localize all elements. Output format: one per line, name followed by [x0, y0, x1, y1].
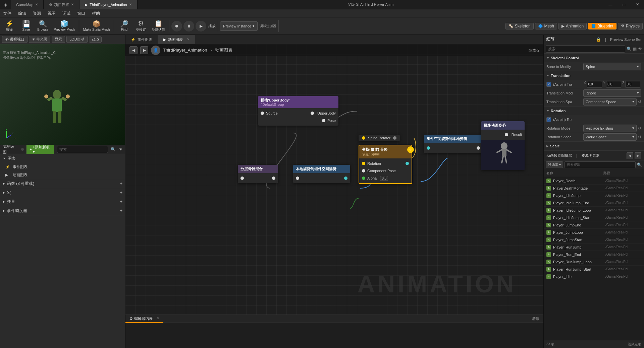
- anim-graph-tab[interactable]: ▶ 动画图表 ✕: [158, 35, 195, 44]
- nav-forward-button[interactable]: ▶: [140, 46, 148, 54]
- list-item[interactable]: A Player_IdleJump /Game/Res/Pol: [544, 192, 644, 199]
- blueprint-search-input[interactable]: [57, 146, 108, 153]
- compiler-tab-close[interactable]: ✕: [157, 315, 159, 323]
- list-item[interactable]: A Player_RunJump_Start /Game/Res/Pol: [544, 266, 644, 273]
- scale-btn[interactable]: x1.0: [89, 37, 102, 43]
- translation-space-dropdown[interactable]: Component Space ▾: [583, 98, 637, 106]
- translation-space-reset[interactable]: ↺: [638, 99, 641, 104]
- compiler-results-tab[interactable]: ⚙ 编译器结果 ✕: [125, 315, 163, 323]
- compile-button[interactable]: ⚡ 编译: [1, 18, 17, 34]
- translation-header[interactable]: ▼ Translation: [544, 71, 644, 80]
- list-item[interactable]: A Player_Idle /Game/Res/Pol: [544, 273, 644, 280]
- class-settings-button[interactable]: ⚙ 类设置: [133, 18, 149, 34]
- list-item[interactable]: A PlayerDeathMontage /Game/Res/Pol: [544, 185, 644, 192]
- preview-mesh-button[interactable]: 🧊 Preview Mesh: [52, 18, 77, 34]
- macros-section-header[interactable]: ▶ 宏 +: [0, 188, 125, 197]
- layered-blend-node[interactable]: 分层骨骼混合: [238, 165, 278, 183]
- preview-scene-tab[interactable]: Preview Scene Set: [610, 38, 641, 42]
- transform-bone-node[interactable]: 变换(修改) 骨骼 节点: Spine Rotation Component P…: [359, 145, 412, 184]
- minimize-button[interactable]: —: [604, 0, 617, 9]
- translation-y-input[interactable]: [606, 81, 621, 88]
- record-button[interactable]: ⏺: [171, 21, 182, 31]
- skeleton-tab[interactable]: 🦴 Skeleton: [505, 23, 534, 29]
- play-button[interactable]: ▶: [196, 21, 206, 31]
- lighting-btn[interactable]: ☀ 带光照: [29, 36, 50, 43]
- list-item[interactable]: A Player_JumpEnd /Game/Res/Pol: [544, 221, 644, 229]
- details-search-icon[interactable]: 🔍: [627, 47, 632, 51]
- add-new-item-button[interactable]: + +添加新项▾: [26, 145, 54, 155]
- translation-z-input[interactable]: [625, 81, 640, 88]
- add-macro-icon[interactable]: +: [120, 190, 122, 195]
- lock-icon[interactable]: 🔒: [596, 37, 601, 42]
- blueprint-search-icon[interactable]: 🔍: [111, 147, 116, 152]
- lod-btn[interactable]: LOD自动: [66, 36, 88, 43]
- menu-file[interactable]: 文件: [0, 9, 15, 17]
- add-variable-icon[interactable]: +: [120, 199, 122, 204]
- tab-gamemap-close[interactable]: ✕: [35, 0, 38, 9]
- graph-section-header[interactable]: ▼ 图表: [0, 154, 125, 163]
- variables-section-header[interactable]: ▶ 变量 +: [0, 197, 125, 206]
- menu-assets[interactable]: 资源: [30, 9, 44, 17]
- rotation-space-reset[interactable]: ↺: [638, 135, 641, 139]
- close-button[interactable]: ✕: [631, 0, 644, 9]
- tab-thirdplayer-close[interactable]: ✕: [129, 0, 132, 9]
- list-item[interactable]: A Player_IdleJump_Loop /Game/Res/Pol: [544, 207, 644, 214]
- event-graph-item[interactable]: ⚡ 事件图表: [0, 163, 125, 171]
- list-item[interactable]: A Player_Death /Game/Res/Pol: [544, 177, 644, 185]
- tab-thirdplayer[interactable]: ▶ ThirdPlayer_Animation ✕: [79, 0, 137, 9]
- make-static-mesh-button[interactable]: 📦 Make Static Mesh: [81, 18, 112, 34]
- details-grid-icon[interactable]: ▦: [633, 47, 637, 51]
- tab-gamemap[interactable]: GameMap ✕: [11, 0, 44, 9]
- rotation-checkbox[interactable]: ✓: [546, 117, 551, 122]
- list-item[interactable]: A Player_Run_End /Game/Res/Pol: [544, 251, 644, 258]
- tab-project-settings[interactable]: ⚙ 项目设置 ✕: [44, 0, 79, 9]
- asset-nav-forward[interactable]: ▶: [635, 152, 641, 159]
- upperbody-slot-node[interactable]: 插槽'UpperBody' #DefaultGroup Source Upper…: [258, 96, 338, 126]
- menu-view[interactable]: 视图: [44, 9, 59, 17]
- find-button[interactable]: 🔎 Find: [116, 18, 132, 34]
- browse-button[interactable]: 🔍 Browse: [35, 18, 51, 34]
- tab-project-settings-close[interactable]: ✕: [71, 0, 74, 9]
- show-btn[interactable]: 显示: [52, 36, 65, 43]
- add-function-icon[interactable]: +: [120, 181, 122, 186]
- anim-graph-item[interactable]: ▶ 动画图表: [0, 171, 125, 179]
- spine-rotator-node[interactable]: Spine Rotator: [359, 135, 400, 141]
- blueprint-filter-icon[interactable]: 👁: [118, 147, 122, 152]
- compiler-clear-button[interactable]: 清除: [528, 316, 543, 321]
- local-to-comp-node[interactable]: 本地姿势到组件空间姿势: [293, 165, 350, 183]
- physics-tab[interactable]: ⚗ Physics: [618, 23, 643, 29]
- rotation-space-dropdown[interactable]: World Space ▾: [583, 133, 637, 141]
- rotation-header[interactable]: ▼ Rotation: [544, 107, 644, 115]
- event-dispatchers-section-header[interactable]: ▶ 事件调度器 +: [0, 206, 125, 215]
- skeletal-control-header[interactable]: ▼ Skeletal Control: [544, 54, 644, 62]
- menu-debug[interactable]: 调试: [59, 9, 74, 17]
- asset-search-icon[interactable]: 🔍: [637, 162, 642, 167]
- scale-header[interactable]: ▶ Scale: [544, 142, 644, 150]
- final-pose-node[interactable]: 最终动画姿势 Result: [481, 121, 525, 170]
- graph-canvas-area[interactable]: ◀ ▶ 👤 ThirdPlayer_Animation › 动画图表 缩放-2: [125, 44, 543, 315]
- blueprint-tab[interactable]: 📘 Blueprint: [588, 23, 616, 29]
- list-item[interactable]: A Player_RunJump /Game/Res/Pol: [544, 243, 644, 251]
- translation-mode-dropdown[interactable]: Ignore ▾: [583, 89, 641, 97]
- mesh-tab[interactable]: 🔷 Mesh: [535, 23, 557, 29]
- nav-back-button[interactable]: ◀: [129, 46, 138, 54]
- bone-to-modify-dropdown[interactable]: Spine ▾: [583, 63, 641, 70]
- add-dispatcher-icon[interactable]: +: [120, 208, 122, 213]
- bp-collapse-icon[interactable]: [21, 148, 24, 151]
- perspective-btn[interactable]: 👁 透视视口: [2, 36, 28, 43]
- menu-help[interactable]: 帮助: [89, 9, 103, 17]
- anim-tab-close[interactable]: ✕: [187, 35, 190, 44]
- menu-window[interactable]: 窗口: [74, 9, 89, 17]
- menu-edit[interactable]: 编辑: [15, 9, 30, 17]
- translation-checkbox[interactable]: ✓: [546, 82, 551, 87]
- rotation-mode-reset[interactable]: ↺: [638, 126, 641, 131]
- pause-button[interactable]: ⏸: [183, 21, 194, 31]
- asset-filter-dropdown[interactable]: 过滤器 ▾: [546, 161, 563, 168]
- 3d-viewport[interactable]: 正在预览 ThirdPlayer_Animation_C. 骨骼操作在这个模式中…: [0, 44, 125, 145]
- animation-tab[interactable]: ▶ Animation: [558, 23, 587, 29]
- list-item[interactable]: A Player_JumpLoop /Game/Res/Pol: [544, 229, 644, 236]
- details-search-input[interactable]: [546, 45, 625, 53]
- class-defaults-button[interactable]: 📋 类默认值: [150, 18, 167, 34]
- list-item[interactable]: A Player_RunJump_Loop /Game/Res/Pol: [544, 258, 644, 266]
- translation-x-input[interactable]: [587, 81, 602, 88]
